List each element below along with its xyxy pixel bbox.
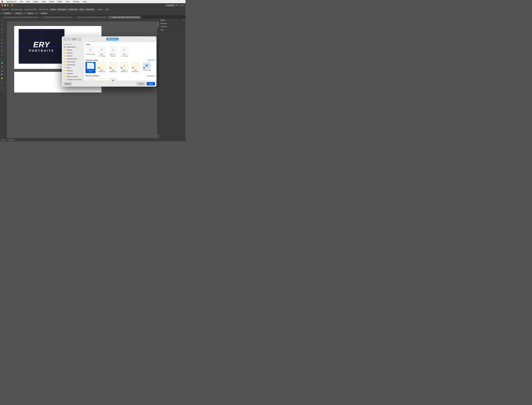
sidebar-item-documents[interactable]: 📁 Documents [62, 60, 83, 63]
embed-button[interactable]: Embed [50, 8, 56, 11]
hand-tool[interactable]: ✋ [0, 76, 4, 80]
tab-0-close[interactable]: ✕ [2, 17, 3, 18]
forward-button[interactable]: › [68, 38, 71, 41]
status-bar: 600% | Selection [0, 138, 186, 142]
tab-3-close[interactable]: ✕ [110, 17, 111, 18]
zoom-tool[interactable]: 🔍 [0, 73, 4, 76]
tab-1[interactable]: ✕ Untitled-4* @ 800% (CMYK/GPU Preview) [41, 16, 74, 19]
paintbrush-tool[interactable]: 🖌 [0, 41, 4, 45]
open-button[interactable]: Open [147, 82, 155, 85]
edit-original-button[interactable]: Edit Original [57, 8, 67, 11]
sidebar-item-downloads[interactable]: 📁 Downloads [62, 63, 83, 66]
sidebar-item-applications[interactable]: 🚀 Applications [62, 46, 83, 48]
eyedropper-tool[interactable]: 💧 [0, 61, 4, 65]
minimize-button[interactable] [4, 4, 6, 6]
file-item-wheaton[interactable]: 🖼 Wheaton [85, 78, 96, 81]
pen-tool[interactable]: ✒ [0, 27, 4, 31]
file-item-today-1[interactable]: 🖼 2020-0-...Pm.png [97, 46, 107, 57]
pencil-tool[interactable]: ✏ [0, 45, 4, 48]
tab-2[interactable]: ✕ Untitled-5* @ 1605% (CMYK/GPU Preview) [74, 16, 108, 19]
x-value[interactable]: -0.0583 in [3, 12, 11, 14]
select-tool[interactable]: ↖ [0, 19, 4, 22]
menu-object[interactable]: Object [33, 0, 39, 3]
menu-effect[interactable]: Effect [57, 0, 63, 3]
svg-icon: ⬡ [90, 65, 91, 67]
sidebar-item-recents[interactable]: 📁 Recents [62, 51, 83, 54]
panel-header-layers[interactable]: Layers ≡ [159, 19, 186, 22]
today-label: Today [85, 43, 90, 45]
location-box[interactable]: 📁 Dalton ▾ [106, 38, 119, 40]
menu-help[interactable]: Help [82, 0, 87, 3]
menu-file[interactable]: File [20, 0, 23, 3]
canvas-area[interactable]: ERY PORTRAITS ‹ › ⊞ ▾ 📁 📁 Dalton [4, 19, 159, 138]
fill-color[interactable]: ■ [0, 81, 4, 84]
y-value[interactable]: 0.0629 in [15, 12, 22, 14]
sidebar-item-autodesk[interactable]: 📁 Autodesk 360 [62, 57, 83, 60]
new-folder-button[interactable]: 📁 [78, 38, 81, 41]
close-button[interactable] [1, 4, 3, 6]
file-item-today-2[interactable]: 🖼 2020-0-...1 Pm.png [108, 46, 118, 57]
direct-select-tool[interactable]: ↗ [0, 23, 4, 26]
scale-tool[interactable]: ⤢ [0, 53, 4, 56]
back-button[interactable]: ‹ [63, 38, 67, 41]
tab-0[interactable]: ✕ Ornamentwchapel.ai @ 100% (CMYK/GPU Pr… [0, 16, 40, 19]
sidebar-item-movies[interactable]: 📁 Movies [62, 48, 83, 51]
file-item-h2knb7[interactable]: W W H2Knb7_f.jpg [142, 62, 152, 73]
panel-header-artboards[interactable]: Artboards [159, 22, 186, 25]
search-box[interactable]: reverse [179, 5, 184, 6]
warp-tool[interactable]: ~ [0, 57, 4, 60]
file-item-today-0[interactable]: 🖼 2020-0...2.png [85, 46, 96, 57]
rotate-tool[interactable]: ↻ [0, 50, 4, 53]
stroke-color[interactable]: □ [0, 85, 4, 88]
line-tool[interactable]: ⟋ [0, 34, 4, 38]
show-less-link[interactable]: Show Less [148, 59, 155, 61]
file-item-dalton-flex-2[interactable]: ⬡ Dalton Flex 2.svg [85, 62, 96, 73]
h-value[interactable]: 0.8158 in [40, 12, 48, 14]
sidebar-item-desktop[interactable]: 📁 Desktop [62, 72, 83, 75]
panel-header-transform[interactable]: Transform [159, 25, 186, 28]
cancel-button[interactable]: Cancel [137, 82, 145, 85]
file-item-dalton-flexbox-3[interactable]: Ai || Dalton FlexBox 3.ai [119, 62, 129, 73]
scrollbar-thumb[interactable] [157, 21, 159, 27]
show-all-link[interactable]: Show All (1) [147, 75, 155, 77]
file-item-wheaton-box-1[interactable]: Ai 📦 Wheaton box 1.ai [97, 78, 107, 81]
mask-button[interactable]: Mask [79, 8, 84, 11]
menu-select[interactable]: Select [49, 0, 55, 3]
crop-image-button[interactable]: Crop Image [85, 8, 95, 11]
sidebar-item-creative-cloud[interactable]: 📁 Creative Cloud Files [62, 78, 83, 81]
maximize-button[interactable] [7, 4, 9, 6]
menu-window[interactable]: Window [72, 0, 80, 3]
type-tool[interactable]: T [0, 31, 4, 34]
opacity-value[interactable]: 100% [104, 8, 110, 11]
w-value[interactable]: 1.0929 in [26, 12, 34, 14]
file-item-dalton-flexbox-1[interactable]: Ai Dalton FlexBox 1.ai [97, 62, 107, 73]
creative-cloud-label: Creative Cloud Files [67, 79, 82, 80]
sidebar-item-makers[interactable]: 📁 Makers Folders [62, 75, 83, 78]
tab-2-close[interactable]: ✕ [76, 17, 77, 18]
options-button[interactable]: Options [63, 82, 72, 85]
menu-edit[interactable]: Edit [26, 0, 30, 3]
blend-tool[interactable]: ⊕ [0, 65, 4, 68]
swap-colors[interactable]: ⇄ [0, 88, 4, 91]
file-item-today-3[interactable]: 🖼 2020-0-...Pm.png [119, 46, 129, 57]
shape-tool[interactable]: □ [0, 38, 4, 41]
zoom-value[interactable]: 600% [1, 139, 5, 141]
search-box[interactable]: 🔍 Search [144, 38, 155, 41]
file-item-dalton-flexbox-4[interactable]: Ai Dalton FlexBox 4.ai [131, 62, 140, 73]
tab-1-close[interactable]: ✕ [42, 17, 43, 18]
file-item-wheaton-box-2[interactable]: ▐▌ Wheaton Box 2.ai [108, 78, 118, 81]
menu-illustrator[interactable]: Illustrator CC [6, 0, 17, 3]
menu-view[interactable]: View [65, 0, 70, 3]
panel-header-align[interactable]: Align [159, 28, 186, 32]
sidebar-item-student[interactable]: 📁 student [62, 54, 83, 57]
sidebar-item-music[interactable]: 📁 Music [62, 66, 83, 69]
tab-3[interactable]: ✕ Untitled-6* @ 600% (CMYK/GPU Preview) [108, 16, 141, 19]
view-button[interactable]: ⊞ ▾ [72, 38, 77, 40]
automation-button[interactable]: Automation [165, 4, 175, 7]
menu-type[interactable]: Type [41, 0, 46, 3]
sidebar-item-pictures[interactable]: 📁 Pictures [62, 69, 83, 72]
artboard-tool[interactable]: ⊞ [0, 69, 4, 73]
file-item-dalton-flexbox-2[interactable]: Ai Dalton FlexBox 2.ai [108, 62, 118, 73]
image-trace-button[interactable]: Image Trace [68, 8, 78, 11]
vertical-scrollbar[interactable] [157, 19, 159, 135]
